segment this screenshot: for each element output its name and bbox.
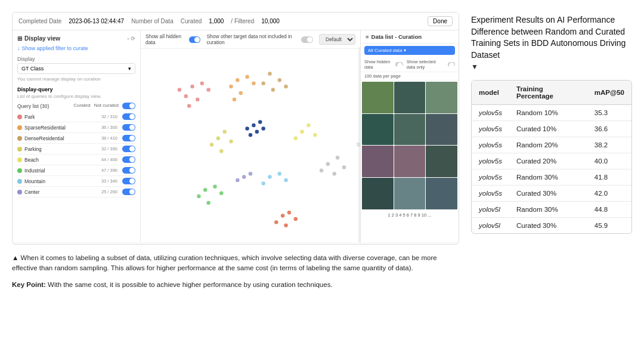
cell-map: 36.6: [587, 121, 631, 137]
show-hidden-toggle[interactable]: [189, 36, 201, 43]
query-name: Beach: [24, 157, 99, 163]
svg-point-52: [274, 220, 278, 224]
thumbnail[interactable]: [362, 146, 394, 177]
curated-label-text: Curated: [73, 103, 90, 109]
svg-point-5: [187, 104, 191, 107]
performance-table: model Training Percentage mAP@50 yolov5s…: [472, 81, 631, 233]
all-curated-button[interactable]: All Curated data ▾: [364, 46, 455, 55]
curated-toggle[interactable]: [122, 103, 135, 109]
results-table: model Training Percentage mAP@50 yolov5s…: [471, 80, 632, 234]
show-hidden-opt-toggle[interactable]: [395, 62, 402, 67]
datalist-panel: ≡ Data list - Curation All Curated data …: [360, 30, 459, 242]
thumbnail[interactable]: [394, 178, 426, 209]
cell-training: Random 20%: [509, 137, 587, 153]
svg-point-36: [219, 191, 223, 194]
thumbnail[interactable]: [394, 146, 426, 177]
query-name: DenseResidential: [24, 135, 99, 141]
svg-point-30: [306, 123, 310, 127]
thumbnail[interactable]: [426, 146, 457, 177]
svg-point-51: [287, 211, 291, 214]
key-point: Key Point: With the same cost, it is pos…: [12, 280, 459, 290]
screenshot-topbar: Completed Date 2023-06-13 02:44:47 Numbe…: [13, 13, 459, 30]
thumbnail[interactable]: [426, 82, 457, 113]
query-toggle[interactable]: [122, 167, 135, 174]
display-view-label: Display view: [24, 35, 60, 42]
show-hidden-opt: Show hidden data: [364, 59, 392, 70]
query-toggle[interactable]: [122, 146, 135, 152]
query-item: SparseResidential 36 / 300: [17, 122, 135, 133]
thumbnail[interactable]: [362, 178, 394, 209]
svg-point-40: [261, 181, 265, 185]
page-numbers: 1 2 3 4 5 6 7 8 9 10 ...: [388, 212, 432, 218]
query-item: Industrial 47 / 390: [17, 165, 135, 176]
col-training: Training Percentage: [509, 81, 587, 105]
show-target-toggle-bar: Show other target data not included in c…: [206, 33, 313, 45]
query-toggle[interactable]: [122, 135, 135, 141]
svg-point-50: [281, 214, 284, 217]
cell-model: yolov5l: [472, 217, 509, 233]
show-target-toggle[interactable]: [301, 36, 313, 43]
screenshot-content: ⊞ Display view ‹ ⟳ ↓ Show applied filter…: [13, 30, 459, 242]
svg-point-14: [277, 78, 281, 82]
collapse-icon[interactable]: ‹ ⟳: [128, 36, 136, 42]
svg-point-16: [284, 85, 287, 88]
svg-point-38: [268, 175, 271, 178]
svg-point-39: [277, 172, 281, 175]
svg-point-37: [206, 201, 210, 205]
scroll-divider: |||: [358, 47, 360, 242]
display-query-sub: List of queries to configure display vie…: [17, 94, 135, 99]
query-dot: [17, 168, 22, 173]
cell-map: 41.8: [587, 169, 631, 185]
thumbnail[interactable]: [362, 114, 394, 146]
query-item: DenseResidential 38 / 410: [17, 133, 135, 144]
curated-label: Curated: [181, 18, 202, 24]
not-curated-label-text: Not curated: [94, 103, 119, 109]
right-panel: Experiment Results on AI Performance Dif…: [471, 12, 632, 340]
thumbnail[interactable]: [394, 82, 426, 113]
cell-model: yolov5s: [472, 169, 509, 185]
view-select[interactable]: Default: [319, 34, 355, 45]
done-button[interactable]: Done: [428, 16, 453, 26]
col-map: mAP@50: [587, 81, 631, 105]
cell-training: Random 30%: [509, 201, 587, 217]
query-counts: 25 / 260: [101, 189, 117, 194]
query-toggle[interactable]: [122, 113, 135, 120]
datalist-grid: [361, 81, 459, 211]
thumbnail[interactable]: [362, 82, 394, 113]
col-model: model: [472, 81, 509, 105]
show-selected-opt: Show selected data only: [407, 59, 444, 70]
svg-point-29: [300, 130, 304, 134]
cell-map: 44.8: [587, 201, 631, 217]
query-item: Beach 44 / 400: [17, 155, 135, 165]
query-toggle[interactable]: [122, 156, 135, 163]
svg-point-25: [245, 126, 249, 130]
svg-point-2: [184, 94, 188, 98]
svg-point-28: [249, 133, 252, 137]
query-counts: 47 / 390: [101, 168, 117, 173]
show-selected-opt-toggle[interactable]: [448, 62, 455, 67]
svg-point-9: [229, 85, 233, 88]
filter-link[interactable]: ↓ Show applied filter to curate: [17, 45, 135, 51]
query-dot: [17, 136, 22, 141]
query-toggle[interactable]: [122, 178, 135, 184]
cell-model: yolov5s: [472, 121, 509, 137]
query-name: Parking: [24, 146, 99, 152]
query-dot: [17, 147, 22, 152]
query-dot: [17, 115, 22, 119]
thumbnail[interactable]: [426, 178, 457, 209]
query-counts: 32 / 310: [101, 114, 117, 119]
thumbnail[interactable]: [426, 114, 457, 146]
query-toggle[interactable]: [122, 189, 135, 195]
thumbnail[interactable]: [394, 114, 426, 146]
query-counts: 38 / 410: [101, 135, 117, 141]
query-name: Industrial: [24, 168, 99, 174]
svg-point-1: [200, 81, 204, 85]
gt-class-select[interactable]: GT Class ▾: [17, 63, 135, 74]
query-items-list: Park 32 / 310 SparseResidential 36 / 300…: [17, 112, 135, 197]
query-toggle[interactable]: [122, 124, 135, 131]
svg-point-41: [284, 178, 287, 182]
display-query-header: Display-query: [17, 87, 135, 92]
dropdown-arrow: ▾: [404, 48, 406, 53]
query-dot: [17, 125, 22, 130]
query-item: Park 32 / 310: [17, 112, 135, 122]
